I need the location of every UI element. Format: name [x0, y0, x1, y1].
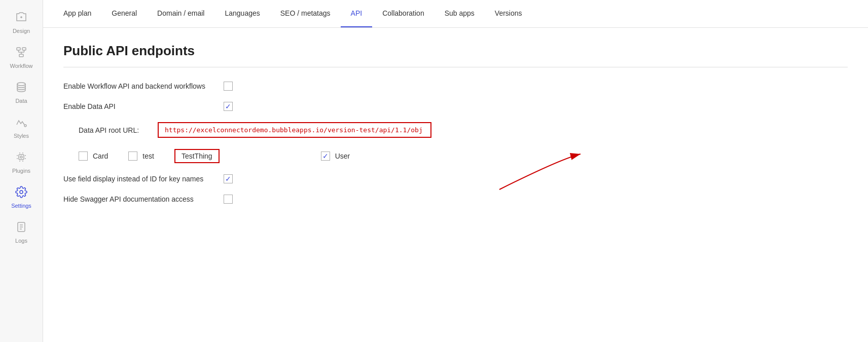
use-field-display-checkmark: ✓	[225, 175, 231, 182]
plugins-icon	[15, 151, 27, 166]
workflow-api-row: Enable Workflow API and backend workflow…	[63, 82, 848, 91]
tab-general[interactable]: General	[101, 0, 147, 27]
sidebar-item-logs[interactable]: Logs	[0, 215, 43, 250]
hide-swagger-label: Hide Swagger API documentation access	[63, 195, 215, 203]
sidebar-label-workflow: Workflow	[10, 63, 32, 69]
workflow-api-checkbox[interactable]	[224, 82, 233, 91]
datatype-testthing: TestThing	[174, 149, 220, 163]
design-icon	[15, 11, 27, 26]
svg-point-8	[24, 125, 26, 127]
tab-languages[interactable]: Languages	[214, 0, 270, 27]
tab-api[interactable]: API	[341, 0, 373, 27]
sidebar-item-styles[interactable]: Styles	[0, 110, 43, 145]
svg-rect-1	[22, 48, 26, 50]
data-api-label: Enable Data API	[63, 102, 215, 110]
tab-app-plan[interactable]: App plan	[53, 0, 101, 27]
section-divider	[63, 67, 848, 67]
datatype-test: test	[128, 151, 154, 161]
test-checkbox[interactable]	[128, 151, 137, 161]
api-settings-content: Public API endpoints Enable Workflow API…	[43, 28, 868, 342]
styles-icon	[15, 116, 27, 131]
hide-swagger-row: Hide Swagger API documentation access	[63, 195, 848, 204]
sidebar-item-data[interactable]: Data	[0, 75, 43, 110]
testthing-label: TestThing	[182, 152, 212, 160]
datatype-card: Card	[79, 151, 108, 161]
test-label: test	[142, 152, 154, 160]
settings-icon	[15, 186, 27, 201]
logs-icon	[15, 221, 27, 236]
card-label: Card	[93, 152, 108, 160]
card-checkbox[interactable]	[79, 151, 88, 161]
tab-versions[interactable]: Versions	[485, 0, 532, 27]
sidebar-label-data: Data	[15, 98, 27, 104]
checkmark-icon: ✓	[225, 103, 231, 110]
datatype-user: ✓ User	[321, 151, 350, 161]
user-checkmark-icon: ✓	[322, 153, 329, 160]
sidebar-item-plugins[interactable]: Plugins	[0, 145, 43, 180]
use-field-display-checkbox[interactable]: ✓	[224, 174, 233, 183]
page-title: Public API endpoints	[63, 43, 848, 59]
hide-swagger-checkbox[interactable]	[224, 195, 233, 204]
svg-point-7	[17, 83, 25, 86]
sidebar-label-logs: Logs	[15, 238, 27, 244]
tab-sub-apps[interactable]: Sub apps	[435, 0, 485, 27]
svg-point-10	[20, 156, 22, 158]
user-checkbox[interactable]: ✓	[321, 151, 330, 161]
sidebar: Design Workflow Data Styles Plugins Sett…	[0, 0, 43, 342]
sidebar-label-styles: Styles	[14, 133, 29, 139]
svg-point-11	[20, 191, 23, 194]
svg-rect-0	[17, 48, 20, 50]
sidebar-label-design: Design	[13, 28, 30, 34]
workflow-icon	[15, 46, 27, 61]
sidebar-item-design[interactable]: Design	[0, 5, 43, 40]
tab-bar: App plan General Domain / email Language…	[43, 0, 868, 28]
sidebar-label-settings: Settings	[11, 203, 31, 209]
data-icon	[15, 81, 27, 96]
tab-seo-metatags[interactable]: SEO / metatags	[270, 0, 341, 27]
user-label: User	[335, 152, 350, 160]
sidebar-item-settings[interactable]: Settings	[0, 180, 43, 215]
use-field-display-label: Use field display instead of ID for key …	[63, 175, 215, 183]
tab-domain-email[interactable]: Domain / email	[147, 0, 214, 27]
workflow-api-label: Enable Workflow API and backend workflow…	[63, 82, 215, 90]
data-api-url-row: Data API root URL: https://excelconnecto…	[63, 122, 848, 138]
data-types-row: Card test TestThing ✓ User	[63, 149, 848, 163]
svg-rect-2	[19, 54, 23, 57]
svg-rect-9	[19, 155, 24, 160]
data-api-checkbox[interactable]: ✓	[224, 102, 233, 111]
main-content: App plan General Domain / email Language…	[43, 0, 868, 342]
data-api-url-value[interactable]: https://excelconnectordemo.bubbleapps.io…	[158, 122, 431, 138]
use-field-display-row: Use field display instead of ID for key …	[63, 174, 848, 183]
data-api-url-label: Data API root URL:	[79, 126, 150, 134]
sidebar-label-plugins: Plugins	[12, 168, 30, 174]
data-api-row: Enable Data API ✓	[63, 102, 848, 111]
sidebar-item-workflow[interactable]: Workflow	[0, 40, 43, 75]
tab-collaboration[interactable]: Collaboration	[372, 0, 435, 27]
